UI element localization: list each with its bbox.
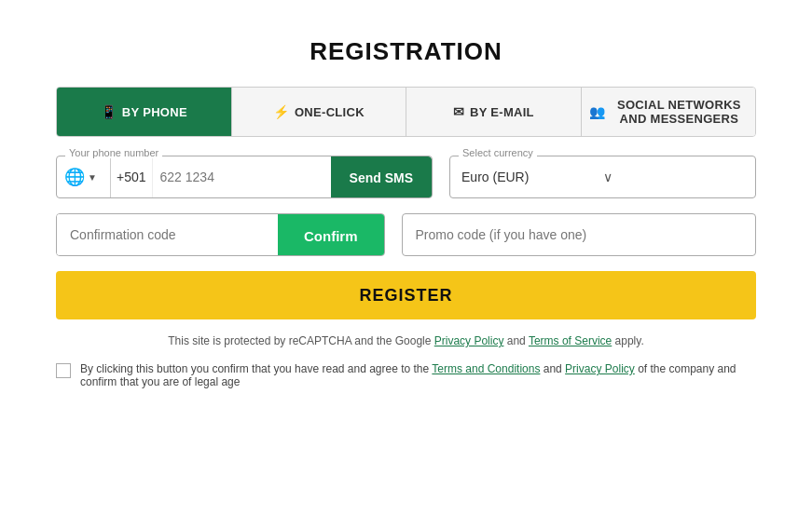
social-icon: 👥: [589, 104, 605, 119]
confirmation-field-group: Confirm: [56, 213, 385, 256]
terms-text-middle: and: [540, 362, 565, 375]
tab-by-phone-label: BY PHONE: [122, 105, 187, 119]
agreement-privacy-link[interactable]: Privacy Policy: [565, 362, 635, 375]
flag-emoji: 🌐: [64, 167, 85, 187]
terms-of-service-link[interactable]: Terms of Service: [529, 334, 612, 347]
recaptcha-text-after: apply.: [612, 334, 643, 347]
tab-social[interactable]: 👥 SOCIAL NETWORKS AND MESSENGERS: [582, 88, 756, 136]
bolt-icon: ⚡: [273, 104, 289, 119]
flag-chevron: ▼: [88, 172, 97, 183]
tab-by-email[interactable]: ✉ BY E-MAIL: [406, 88, 582, 136]
currency-value: Euro (EUR): [461, 170, 603, 184]
country-code: +501: [111, 156, 153, 197]
confirm-button[interactable]: Confirm: [278, 214, 384, 256]
send-sms-button[interactable]: Send SMS: [331, 156, 432, 198]
terms-text: By clicking this button you confirm that…: [80, 362, 756, 388]
tab-by-email-label: BY E-MAIL: [470, 105, 534, 119]
tab-social-label: SOCIAL NETWORKS AND MESSENGERS: [611, 98, 748, 126]
phone-icon: 📱: [101, 104, 117, 119]
promo-field-group: [402, 213, 757, 256]
promo-code-input[interactable]: [416, 227, 743, 242]
country-selector[interactable]: 🌐 ▼: [57, 156, 111, 197]
currency-field-group: Select currency Euro (EUR) ∨: [449, 156, 756, 198]
privacy-policy-link[interactable]: Privacy Policy: [434, 334, 504, 347]
registration-container: REGISTRATION 📱 BY PHONE ⚡ ONE-CLICK ✉ BY…: [19, 19, 793, 416]
terms-conditions-link[interactable]: Terms and Conditions: [432, 362, 540, 375]
terms-checkbox[interactable]: [56, 363, 71, 378]
email-icon: ✉: [453, 104, 464, 119]
register-button[interactable]: REGISTER: [56, 271, 756, 319]
confirmation-row: Confirm: [56, 213, 756, 256]
tab-one-click[interactable]: ⚡ ONE-CLICK: [232, 88, 407, 136]
tab-by-phone[interactable]: 📱 BY PHONE: [57, 88, 232, 136]
recaptcha-text-middle: and: [503, 334, 528, 347]
recaptcha-text-before: This site is protected by reCAPTCHA and …: [168, 334, 434, 347]
terms-text-before: By clicking this button you confirm that…: [80, 362, 432, 375]
phone-field-group: Your phone number 🌐 ▼ +501 Send SMS: [56, 156, 433, 198]
terms-agreement-row: By clicking this button you confirm that…: [56, 362, 756, 388]
confirmation-code-input[interactable]: [57, 214, 278, 255]
recaptcha-notice: This site is protected by reCAPTCHA and …: [56, 334, 756, 347]
phone-input[interactable]: [153, 156, 331, 197]
page-title: REGISTRATION: [56, 37, 756, 66]
currency-chevron: ∨: [603, 170, 745, 184]
phone-currency-row: Your phone number 🌐 ▼ +501 Send SMS Sele…: [56, 156, 756, 198]
phone-field: 🌐 ▼ +501 Send SMS: [56, 156, 433, 198]
phone-label: Your phone number: [65, 147, 162, 158]
currency-selector[interactable]: Euro (EUR) ∨: [449, 156, 756, 198]
registration-tabs: 📱 BY PHONE ⚡ ONE-CLICK ✉ BY E-MAIL 👥 SOC…: [56, 87, 756, 137]
currency-label: Select currency: [459, 147, 537, 158]
tab-one-click-label: ONE-CLICK: [295, 105, 365, 119]
